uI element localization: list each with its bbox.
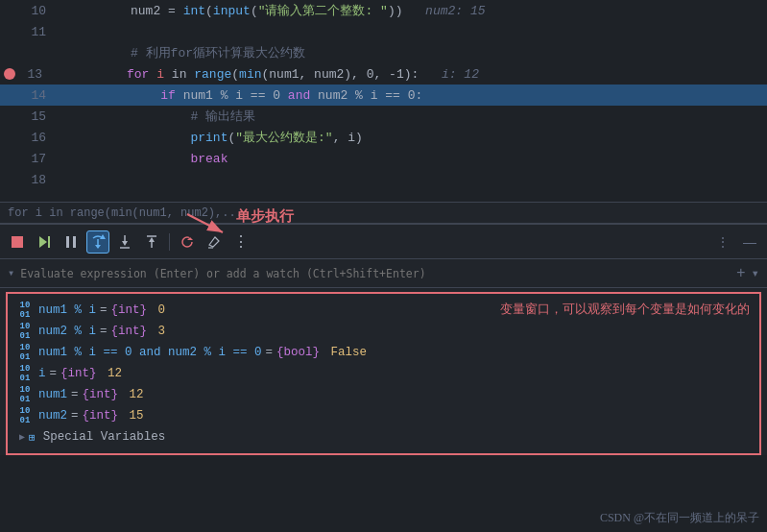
special-vars-label: Special Variables <box>43 430 166 444</box>
footer: CSDN @不在同一频道上的呆子 <box>600 510 759 526</box>
step-into-icon <box>117 234 132 250</box>
code-editor: 10 num2 = int(input("请输入第二个整数: ")) num2:… <box>0 0 767 202</box>
step-out-button[interactable] <box>140 230 163 254</box>
breakpoint-marker <box>4 68 15 80</box>
svg-marker-9 <box>95 245 101 249</box>
footer-text: CSDN @不在同一频道上的呆子 <box>600 511 759 524</box>
svg-line-1 <box>187 214 223 232</box>
debug-area: ⋮ ⋮ — ▾ + ▾ 变量窗口，可以观察到每个变量是如何变化的 1001 nu… <box>0 223 767 455</box>
var-row-5: 1001 num2 = {int} 15 <box>15 405 752 426</box>
var-row-2: 1001 num1 % i == 0 and num2 % i == 0 = {… <box>15 342 752 363</box>
expression-row: ▾ + ▾ <box>0 259 767 288</box>
debug-toolbar: ⋮ ⋮ — <box>0 225 767 259</box>
pause-icon <box>64 235 78 249</box>
expand-icon[interactable]: ▾ <box>8 266 14 280</box>
resume-icon <box>37 235 51 249</box>
resume-button[interactable] <box>33 230 56 254</box>
var-icon-2: 1001 <box>15 343 35 362</box>
code-line-17: 17 break <box>0 148 767 169</box>
step-into-button[interactable] <box>113 230 136 254</box>
svg-marker-14 <box>149 237 155 242</box>
annotation-label: 单步执行 <box>236 207 294 226</box>
special-vars-icon: ⊞ <box>29 431 36 444</box>
step-over-button[interactable] <box>86 230 109 254</box>
expand-special-vars[interactable]: ▶ <box>19 431 25 443</box>
svg-rect-4 <box>48 236 50 248</box>
svg-marker-3 <box>39 236 47 248</box>
var-icon-0: 1001 <box>15 301 35 320</box>
svg-rect-6 <box>73 236 76 248</box>
step-out-icon <box>144 234 159 250</box>
var-icon-5: 1001 <box>15 406 35 425</box>
settings-button[interactable]: ⋮ <box>711 230 734 254</box>
settings-icon: ⋮ <box>716 234 730 250</box>
svg-rect-5 <box>66 236 69 248</box>
stop-icon <box>12 236 23 248</box>
stop-button[interactable] <box>6 230 29 254</box>
pause-button[interactable] <box>60 230 83 254</box>
var-row-3: 1001 i = {int} 12 <box>15 363 752 384</box>
var-row-1: 1001 num2 % i = {int} 3 <box>15 321 752 342</box>
expression-input[interactable] <box>20 267 731 280</box>
minimize-icon: — <box>743 234 756 250</box>
var-icon-4: 1001 <box>15 385 35 404</box>
variables-annotation: 变量窗口，可以观察到每个变量是如何变化的 <box>500 302 750 318</box>
var-row-4: 1001 num1 = {int} 12 <box>15 384 752 405</box>
var-icon-1: 1001 <box>15 322 35 341</box>
status-line: for i in range(min(num1, num2),... <box>0 202 767 223</box>
toolbar-sep-1 <box>169 233 170 251</box>
special-vars-row: ▶ ⊞ Special Variables <box>15 426 752 447</box>
add-watch-button[interactable]: + <box>736 265 746 282</box>
svg-marker-11 <box>122 241 128 246</box>
var-icon-3: 1001 <box>15 364 35 383</box>
annotation-arrow <box>182 209 230 238</box>
collapse-button[interactable]: ▾ <box>752 265 759 281</box>
code-line-10: 10 num2 = int(input("请输入第二个整数: ")) num2:… <box>0 0 767 21</box>
svg-rect-2 <box>12 236 23 248</box>
toolbar-right: ⋮ — <box>711 230 761 254</box>
minimize-button[interactable]: — <box>738 230 761 254</box>
step-over-icon <box>90 234 106 250</box>
variables-panel: 变量窗口，可以观察到每个变量是如何变化的 1001 num1 % i = {in… <box>6 292 761 455</box>
